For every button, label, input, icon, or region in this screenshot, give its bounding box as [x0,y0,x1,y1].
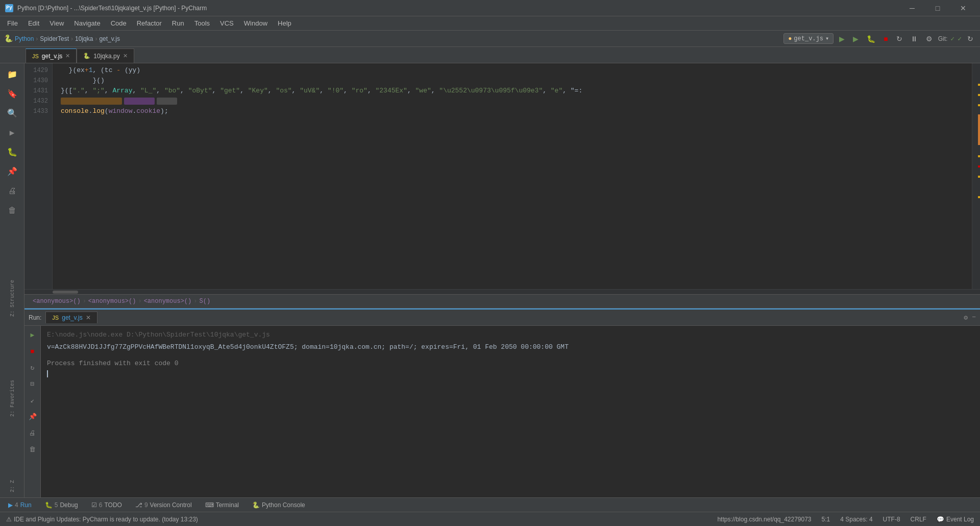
menu-code[interactable]: Code [106,17,132,29]
run-config-selector[interactable]: ● get_v.js ▾ [783,33,834,44]
sidebar-debug2[interactable]: 🐛 [2,143,22,161]
sidebar-structure[interactable]: Z: Structure [2,277,22,320]
status-position[interactable]: 5:1 [820,515,832,524]
nav-crumb-spidertest[interactable]: SpiderTest [40,35,69,42]
menu-run[interactable]: Run [167,17,189,29]
menu-view[interactable]: View [44,17,69,29]
tab-10jqka-py[interactable]: 🐍 10jqka.py ✕ [77,49,134,63]
todo-tab-icon: ☑ [91,501,97,509]
bottom-tab-debug[interactable]: 🐛 5 Debug [39,499,84,511]
run-coverage-button[interactable]: ▶ [850,34,861,44]
code-line-1429: }(ex+1, (tc - (yy) [61,65,972,76]
nav-crumb-python[interactable]: Python [15,35,34,42]
bottom-tab-vcs[interactable]: ⎇ 9 Version Control [129,499,198,511]
status-url[interactable]: https://blog.csdn.net/qq_42279073 [715,515,813,524]
nav-crumb-file[interactable]: get_v.js [99,35,119,42]
bottom-tab-todo[interactable]: ☑ 6 TODO [85,499,128,511]
run-pin-btn[interactable]: 📌 [26,410,40,424]
run-rerun-btn[interactable]: ↻ [26,361,40,375]
code-line-1431: 🔒 }([".", ";", Array, "L_", "bo", "oByt"… [61,86,972,96]
status-event-log[interactable]: 💬 Event Log [935,515,976,524]
sidebar-bookmark[interactable]: 🔖 [2,85,22,103]
run-scroll-btn[interactable]: ↙ [26,393,40,408]
sidebar-z2[interactable]: 2: Z [2,477,22,495]
debug-button[interactable]: 🐛 [864,34,878,44]
tab-get-v-js[interactable]: JS get_v.js ✕ [26,49,77,63]
nav-crumb-10jqka[interactable]: 10jqka [75,35,93,42]
run-print-btn[interactable]: 🖨 [26,426,40,440]
menu-vcs[interactable]: VCS [215,17,239,29]
menu-edit[interactable]: Edit [23,17,44,29]
menu-window[interactable]: Window [239,17,273,29]
tab-10jqka-close[interactable]: ✕ [123,53,128,59]
window-title: Python [D:\Python] - ...\SpiderTest\10jq… [17,5,207,12]
vcs-tab-text: Version Control [150,501,192,509]
sidebar-run2[interactable]: ▶ [2,124,22,142]
debug-tab-text: Debug [60,501,78,509]
sidebar-delete[interactable]: 🗑 [2,201,22,220]
menu-refactor[interactable]: Refactor [132,17,167,29]
breadcrumb-anon2[interactable]: <anonymous>() [88,298,136,305]
git-refresh[interactable]: ↻ [965,34,976,44]
status-update[interactable]: ⚠ IDE and Plugin Updates: PyCharm is rea… [4,515,200,524]
sidebar-pin[interactable]: 📌 [2,162,22,181]
tab-10jqka-label: 10jqka.py [93,53,119,60]
code-content: 1429 1430 1431 1432 1433 }(ex+1, (tc - (… [24,63,980,289]
breadcrumb-anon3[interactable]: <anonymous>() [144,298,192,305]
run-content: ▶ ■ ↻ ⊟ ↙ 📌 🖨 🗑 E:\node.js\node.exe D:\P… [24,326,980,497]
run-button[interactable]: ▶ [837,34,847,44]
breadcrumb-anon1[interactable]: <anonymous>() [33,298,81,305]
nav-breadcrumb: Python › SpiderTest › 10jqka › get_v.js [15,35,120,42]
sidebar-print[interactable]: 🖨 [2,182,22,200]
gutter-orange-mark [978,114,980,145]
menu-tools[interactable]: Tools [189,17,215,29]
menu-file[interactable]: File [2,17,23,29]
panel-settings-icon[interactable]: ⚙ [964,314,968,322]
editor-breadcrumb: <anonymous>() › <anonymous>() › <anonymo… [24,294,980,308]
status-encoding[interactable]: UTF-8 [881,515,902,524]
maximize-button[interactable]: □ [926,0,949,16]
run-result: v=AzCk88HVJD1JJfg77ZgPPVcHAfWBeRTDNl1oxy… [47,342,974,352]
status-spaces[interactable]: 4 Spaces: 4 [838,515,874,524]
sidebar-find[interactable]: 🔍 [2,104,22,123]
code-lines: }(ex+1, (tc - (yy) 🔒 }() 🔒 }([".", ";", … [53,63,972,289]
panel-hide-icon[interactable]: − [972,314,976,321]
left-sidebar: 📁 🔖 🔍 ▶ 🐛 📌 🖨 🗑 Z: Structure 2: Favorite… [0,63,24,497]
gutter-warning-mark4 [978,155,980,157]
run-play-btn[interactable]: ▶ [26,328,40,342]
bottom-tab-run[interactable]: ▶ 4 Run [2,499,38,511]
horizontal-scrollbar[interactable] [24,289,980,294]
sidebar-project[interactable]: 📁 [2,65,22,84]
gutter-warning-mark3 [978,104,980,106]
run-tab-icon: ▶ [8,501,13,509]
tab-get-v-close[interactable]: ✕ [65,53,70,59]
close-button[interactable]: ✕ [951,0,975,16]
breadcrumb-s0[interactable]: S() [199,298,210,305]
tab-bar: JS get_v.js ✕ 🐍 10jqka.py ✕ [0,47,980,63]
h-scrollbar-thumb[interactable] [53,291,78,294]
terminal-tab-text: Terminal [216,501,239,509]
menu-help[interactable]: Help [273,17,297,29]
status-line-sep[interactable]: CRLF [909,515,928,524]
stop-button[interactable]: ■ [881,34,890,44]
bottom-tab-terminal[interactable]: ⌨ Terminal [199,499,245,511]
gutter-error-mark [978,165,980,168]
run-panel: Run: JS get_v.js ✕ ⚙ − ▶ ■ ↻ ⊟ ↙ 📌 [24,308,980,497]
rerun-button[interactable]: ↻ [894,34,905,44]
minimize-button[interactable]: ─ [900,0,924,16]
bottom-tab-python-console[interactable]: 🐍 Python Console [246,499,311,511]
run-stop-btn[interactable]: ■ [26,344,40,358]
settings-button[interactable]: ⚙ [923,34,935,44]
run-tab-close[interactable]: ✕ [86,314,91,321]
run-tab-get-v[interactable]: JS get_v.js ✕ [45,312,97,323]
pause-button[interactable]: ⏸ [908,34,920,44]
run-filter-btn[interactable]: ⊟ [26,377,40,391]
title-bar: Py Python [D:\Python] - ...\SpiderTest\1… [0,0,980,16]
run-trash-btn[interactable]: 🗑 [26,442,40,457]
window-controls: ─ □ ✕ [900,0,975,16]
gutter-warning-mark6 [978,196,980,198]
run-cursor [47,369,974,379]
sidebar-favorites[interactable]: 2: Favorites [2,377,22,420]
code-editor[interactable]: 1429 1430 1431 1432 1433 }(ex+1, (tc - (… [24,63,980,308]
menu-navigate[interactable]: Navigate [69,17,105,29]
